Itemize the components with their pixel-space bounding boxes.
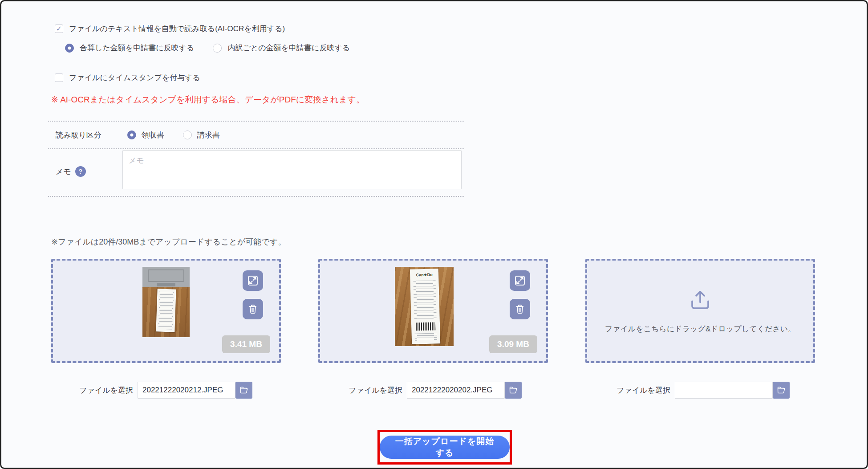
form-section: 読み取り区分 領収書 請求書 メモ ? (48, 121, 464, 197)
radio-itemized-amount[interactable]: 内訳ごとの金額を申請書に反映する (213, 43, 350, 53)
red-highlight-annotation: 一括アップロードを開始する (377, 430, 512, 465)
radio-invoice[interactable]: 請求書 (183, 130, 220, 140)
checkbox-checked-icon[interactable]: ✓ (55, 24, 63, 33)
filename-input-2[interactable] (407, 382, 505, 399)
scan-type-radio-group: 領収書 請求書 (127, 130, 220, 140)
folder-icon[interactable] (505, 382, 522, 399)
radio-sum-amount-label: 合算した金額を申請書に反映する (80, 43, 194, 53)
radio-itemized-amount-label: 内訳ごとの金額を申請書に反映する (227, 43, 350, 53)
file-size-badge: 3.41 MB (222, 335, 270, 353)
file-size-badge: 3.09 MB (489, 335, 537, 353)
ocr-checkbox-label: ファイルのテキスト情報を自動で読み取る(AI-OCRを利用する) (69, 24, 285, 34)
file-select-row-3: ファイルを選択 (617, 381, 790, 399)
radio-invoice-label: 請求書 (197, 130, 220, 140)
trash-icon[interactable] (243, 299, 263, 319)
dropzone-text: ファイルをこちらにドラッグ&ドロップしてください。 (605, 324, 796, 334)
barcode (416, 322, 435, 330)
radio-receipt-label: 領収書 (142, 130, 164, 140)
pdf-conversion-note: ※ AI-OCRまたはタイムスタンプを利用する場合、データがPDFに変換されます… (51, 94, 365, 106)
upload-tray-icon (688, 288, 712, 312)
bulk-upload-button[interactable]: 一括アップロードを開始する (380, 436, 510, 459)
laptop-in-photo (142, 267, 190, 287)
memo-label-wrap: メモ ? (56, 166, 86, 177)
divider (48, 196, 464, 197)
receipt-photo-thumbnail (142, 267, 190, 337)
folder-icon[interactable] (235, 382, 252, 399)
receipt-in-photo: Can★Do (410, 269, 440, 344)
upload-slot-2[interactable]: Can★Do 3.09 MB (318, 259, 548, 363)
timestamp-checkbox-row[interactable]: ファイルにタイムスタンプを付与する (55, 73, 200, 83)
ocr-amount-radio-group: 合算した金額を申請書に反映する 内訳ごとの金額を申請書に反映する (65, 43, 350, 53)
checkbox-unchecked-icon[interactable] (55, 73, 63, 82)
question-mark-icon[interactable]: ? (75, 166, 86, 177)
file-select-label: ファイルを選択 (349, 385, 402, 396)
receipt-in-photo (156, 289, 176, 332)
upload-limit-note: ※ファイルは20件/30MBまでアップロードすることが可能です。 (51, 237, 286, 247)
timestamp-checkbox-label: ファイルにタイムスタンプを付与する (69, 73, 200, 83)
radio-selected-icon[interactable] (127, 131, 136, 139)
upload-page: ✓ ファイルのテキスト情報を自動で読み取る(AI-OCRを利用する) 合算した金… (0, 0, 868, 469)
radio-receipt[interactable]: 領収書 (127, 130, 164, 140)
expand-icon[interactable] (510, 270, 530, 291)
folder-icon[interactable] (773, 382, 790, 399)
file-select-label: ファイルを選択 (617, 385, 670, 396)
scan-type-row: 読み取り区分 領収書 請求書 (48, 122, 464, 148)
radio-unselected-icon[interactable] (213, 44, 222, 53)
scan-type-label: 読み取り区分 (56, 130, 101, 140)
file-select-label: ファイルを選択 (79, 385, 133, 396)
expand-icon[interactable] (243, 270, 263, 291)
radio-sum-amount[interactable]: 合算した金額を申請書に反映する (65, 43, 194, 53)
file-select-row-2: ファイルを選択 (349, 381, 522, 399)
filename-input-1[interactable] (138, 382, 235, 399)
memo-textarea[interactable] (122, 150, 462, 189)
upload-slot-3-dropzone[interactable]: ファイルをこちらにドラッグ&ドロップしてください。 (585, 259, 815, 363)
filename-input-3[interactable] (675, 382, 773, 399)
radio-unselected-icon[interactable] (183, 131, 192, 139)
file-select-row-1: ファイルを選択 (79, 381, 252, 399)
upload-slot-1[interactable]: 3.41 MB (51, 259, 281, 363)
receipt-photo-thumbnail: Can★Do (395, 267, 454, 346)
ocr-checkbox-row[interactable]: ✓ ファイルのテキスト情報を自動で読み取る(AI-OCRを利用する) (55, 24, 285, 34)
radio-selected-icon[interactable] (65, 44, 74, 53)
memo-label: メモ (56, 167, 71, 177)
receipt-store-logo: Can★Do (410, 272, 438, 277)
memo-row: メモ ? (48, 149, 464, 196)
trash-icon[interactable] (510, 299, 530, 319)
